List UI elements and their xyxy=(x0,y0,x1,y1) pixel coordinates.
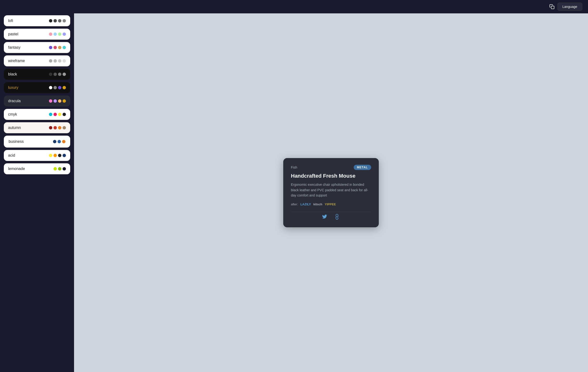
sidebar-item-lofi[interactable]: lofi xyxy=(4,15,70,26)
theme-dot xyxy=(63,72,66,76)
theme-dots-lofi xyxy=(49,19,66,22)
theme-dot xyxy=(63,59,66,62)
theme-dot xyxy=(49,72,52,76)
theme-dot xyxy=(53,113,57,116)
theme-dot xyxy=(62,140,65,143)
card-tag-kitsch[interactable]: kitsch xyxy=(313,202,322,206)
sidebar: lofipastelfantasywireframeblackluxurydra… xyxy=(0,13,74,372)
theme-dot xyxy=(63,167,66,170)
theme-dot xyxy=(63,32,66,36)
theme-label-business: business xyxy=(9,139,24,144)
theme-dot xyxy=(53,72,57,76)
theme-dot xyxy=(58,86,61,89)
theme-label-wireframe: wireframe xyxy=(8,59,25,63)
theme-dot xyxy=(49,154,52,157)
theme-dot xyxy=(63,19,66,22)
card-icons xyxy=(291,212,371,221)
sidebar-item-business[interactable]: business xyxy=(4,136,70,148)
theme-dot xyxy=(58,72,61,76)
theme-dot xyxy=(58,19,61,22)
theme-label-dracula: dracula xyxy=(8,99,21,103)
theme-dot xyxy=(53,19,57,22)
theme-dots-acid xyxy=(49,154,66,157)
theme-dot xyxy=(58,154,61,157)
theme-label-fantasy: fantasy xyxy=(8,45,21,50)
language-button[interactable]: Language xyxy=(557,3,582,11)
theme-label-black: black xyxy=(8,72,17,76)
theme-dot xyxy=(63,46,66,49)
theme-dot xyxy=(58,167,61,170)
theme-dots-dracula xyxy=(49,99,66,103)
link-icon[interactable] xyxy=(333,213,342,221)
theme-dot xyxy=(63,86,66,89)
sidebar-item-wireframe[interactable]: wireframe xyxy=(4,55,70,66)
svg-rect-0 xyxy=(551,6,554,9)
theme-dots-wireframe xyxy=(49,59,66,62)
theme-dot xyxy=(49,99,52,103)
theme-label-acid: acid xyxy=(8,153,15,158)
card-tag-yippee[interactable]: YIPPEE xyxy=(325,202,336,206)
theme-dot xyxy=(53,140,56,143)
theme-dot xyxy=(53,46,57,49)
theme-dot xyxy=(63,113,66,116)
sidebar-item-pastel[interactable]: pastel xyxy=(4,29,70,40)
theme-dot xyxy=(58,59,61,62)
card-tags: after: LAZILY kitsch YIPPEE xyxy=(291,202,371,206)
theme-dot xyxy=(58,126,61,129)
theme-dots-lemonade xyxy=(53,167,66,170)
theme-dot xyxy=(58,99,61,103)
card-title: Handcrafted Fresh Mouse xyxy=(291,173,371,179)
sidebar-item-cmyk[interactable]: cmyk xyxy=(4,109,70,120)
sidebar-item-luxury[interactable]: luxury xyxy=(4,82,70,93)
theme-dots-cmyk xyxy=(49,113,66,116)
theme-dot xyxy=(58,140,61,143)
theme-dots-fantasy xyxy=(49,46,66,49)
theme-dot xyxy=(58,46,61,49)
theme-label-autumn: autumn xyxy=(8,126,21,130)
theme-dot xyxy=(53,154,57,157)
theme-dots-autumn xyxy=(49,126,66,129)
theme-dot xyxy=(53,167,57,170)
card-tags-label: after: xyxy=(291,202,298,206)
card-category: Fish xyxy=(291,165,297,169)
main-layout: lofipastelfantasywireframeblackluxurydra… xyxy=(0,13,588,372)
theme-label-lemonade: lemonade xyxy=(8,167,25,171)
theme-label-lofi: lofi xyxy=(8,19,13,23)
theme-dots-luxury xyxy=(49,86,66,89)
theme-dot xyxy=(49,46,52,49)
content-area: Fish METAL Handcrafted Fresh Mouse Ergon… xyxy=(74,13,588,372)
theme-dot xyxy=(49,86,52,89)
theme-dots-pastel xyxy=(49,32,66,36)
card-tag-lazily[interactable]: LAZILY xyxy=(300,202,311,206)
theme-dot xyxy=(49,126,52,129)
theme-dots-black xyxy=(49,72,66,76)
theme-dot xyxy=(58,113,61,116)
theme-dot xyxy=(63,154,66,157)
theme-dot xyxy=(53,86,57,89)
sidebar-item-autumn[interactable]: autumn xyxy=(4,122,70,133)
sidebar-item-acid[interactable]: acid xyxy=(4,150,70,161)
theme-label-luxury: luxury xyxy=(8,85,18,90)
theme-dot xyxy=(53,59,57,62)
theme-dot xyxy=(53,32,57,36)
theme-dot xyxy=(63,99,66,103)
twitter-icon[interactable] xyxy=(322,214,327,221)
theme-label-cmyk: cmyk xyxy=(8,112,17,116)
sidebar-item-lemonade[interactable]: lemonade xyxy=(4,163,70,174)
copy-icon[interactable] xyxy=(549,4,555,9)
theme-dot xyxy=(49,113,52,116)
theme-dot xyxy=(49,32,52,36)
card-description: Ergonomic executive chair upholstered in… xyxy=(291,182,371,198)
topnav: Language xyxy=(0,0,588,13)
sidebar-item-dracula[interactable]: dracula xyxy=(4,95,70,106)
theme-dot xyxy=(58,32,61,36)
theme-dot xyxy=(49,59,52,62)
card-badge: METAL xyxy=(354,165,371,170)
theme-dot xyxy=(53,126,57,129)
sidebar-item-fantasy[interactable]: fantasy xyxy=(4,42,70,53)
card-header: Fish METAL xyxy=(291,165,371,170)
theme-dot xyxy=(49,19,52,22)
theme-dot xyxy=(63,126,66,129)
theme-label-pastel: pastel xyxy=(8,32,18,36)
sidebar-item-black[interactable]: black xyxy=(4,69,70,80)
